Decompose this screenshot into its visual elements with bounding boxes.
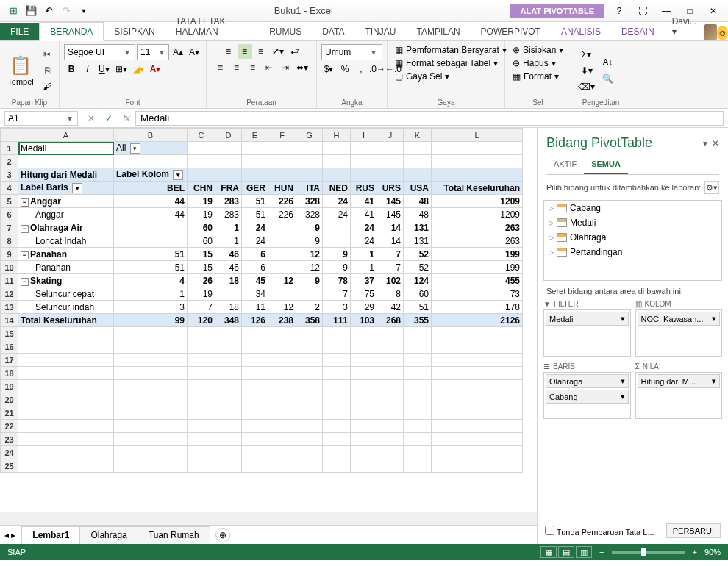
cell[interactable]: [18, 367, 114, 380]
cell[interactable]: [268, 433, 296, 446]
font-size-combo[interactable]: ▾: [137, 44, 169, 60]
cell[interactable]: Medali: [18, 142, 114, 155]
cell[interactable]: [296, 142, 323, 155]
cell[interactable]: [242, 433, 268, 446]
row-header[interactable]: 15: [1, 327, 18, 340]
cell[interactable]: [351, 327, 377, 340]
cell[interactable]: [351, 367, 377, 380]
cell[interactable]: [268, 248, 296, 261]
cell[interactable]: 3: [114, 301, 188, 314]
collapse-icon[interactable]: −: [21, 198, 29, 207]
col-header[interactable]: E: [242, 129, 268, 142]
comma-icon[interactable]: ,: [354, 62, 368, 76]
cell[interactable]: All ▾: [114, 142, 188, 155]
fill-color-button[interactable]: ◢▾: [131, 62, 146, 76]
align-left-icon[interactable]: ≡: [213, 60, 228, 75]
cell[interactable]: 1: [351, 248, 377, 261]
insert-cells-button[interactable]: ⊕Sisipkan▾: [510, 44, 566, 56]
cell[interactable]: 4: [114, 274, 188, 287]
cell[interactable]: [432, 393, 523, 406]
cell[interactable]: [242, 155, 268, 168]
chevron-down-icon[interactable]: ▾: [712, 376, 716, 386]
align-top-icon[interactable]: ≡: [221, 44, 236, 59]
cell[interactable]: [351, 168, 377, 182]
row-header[interactable]: 23: [1, 433, 18, 446]
field-item[interactable]: ▷Olahraga: [544, 230, 721, 245]
cell[interactable]: [432, 142, 523, 155]
cell[interactable]: 52: [404, 248, 432, 261]
cell[interactable]: [268, 261, 296, 274]
cell[interactable]: [18, 406, 114, 420]
cell[interactable]: [377, 393, 404, 406]
cell[interactable]: [296, 155, 323, 168]
cell[interactable]: [377, 420, 404, 433]
cell[interactable]: [268, 459, 296, 473]
cell[interactable]: 145: [377, 208, 404, 221]
cell[interactable]: [404, 393, 432, 406]
cell[interactable]: [404, 327, 432, 340]
cell[interactable]: [296, 367, 323, 380]
cell[interactable]: [268, 327, 296, 340]
cell[interactable]: [242, 327, 268, 340]
area-field-item[interactable]: NOC_Kawasan...▾: [638, 312, 721, 326]
cell[interactable]: [18, 433, 114, 446]
row-header[interactable]: 13: [1, 301, 18, 314]
cell[interactable]: 263: [432, 234, 523, 248]
col-header[interactable]: L: [432, 129, 523, 142]
cell[interactable]: [188, 420, 215, 433]
cell[interactable]: [323, 354, 351, 367]
cell[interactable]: Total Keseluruhan: [18, 314, 114, 327]
cell[interactable]: 9: [296, 221, 323, 234]
expand-icon[interactable]: ▷: [549, 234, 554, 241]
cell[interactable]: 51: [242, 195, 268, 208]
grid[interactable]: ABCDEFGHIJKL1MedaliAll ▾23Hitung dari Me…: [0, 128, 537, 512]
cell[interactable]: 18: [215, 274, 242, 287]
chevron-down-icon[interactable]: ▾: [621, 376, 625, 386]
save-icon[interactable]: 💾: [24, 4, 38, 18]
cell[interactable]: 9: [296, 234, 323, 248]
cell[interactable]: [188, 380, 215, 393]
cell[interactable]: NED: [323, 182, 351, 195]
zoom-slider[interactable]: [612, 551, 685, 554]
cell[interactable]: [323, 340, 351, 354]
cell[interactable]: 12: [296, 261, 323, 274]
cell[interactable]: 48: [404, 195, 432, 208]
cell[interactable]: Hitung dari Medali: [18, 168, 114, 182]
cell[interactable]: CHN: [188, 182, 215, 195]
cell[interactable]: 24: [351, 234, 377, 248]
name-box[interactable]: ▾: [4, 111, 78, 126]
cell[interactable]: 283: [215, 208, 242, 221]
col-header[interactable]: K: [404, 129, 432, 142]
cell[interactable]: Loncat Indah: [18, 234, 114, 248]
cell[interactable]: [242, 142, 268, 155]
cell[interactable]: [296, 327, 323, 340]
cell[interactable]: Panahan: [18, 261, 114, 274]
row-header[interactable]: 18: [1, 367, 18, 380]
font-color-button[interactable]: A▾: [148, 62, 163, 76]
cell[interactable]: [114, 393, 188, 406]
cell[interactable]: [432, 459, 523, 473]
cell[interactable]: [18, 446, 114, 459]
cell[interactable]: [215, 380, 242, 393]
cell[interactable]: [296, 459, 323, 473]
cell[interactable]: [268, 354, 296, 367]
cell[interactable]: 9: [323, 248, 351, 261]
pane-close-icon[interactable]: ✕: [712, 138, 719, 148]
cell[interactable]: 51: [242, 208, 268, 221]
col-header[interactable]: D: [215, 129, 242, 142]
cell[interactable]: [114, 406, 188, 420]
italic-button[interactable]: I: [80, 62, 95, 76]
cell[interactable]: URS: [377, 182, 404, 195]
cell[interactable]: −Skating: [18, 274, 114, 287]
cell[interactable]: [351, 446, 377, 459]
cell[interactable]: 19: [188, 287, 215, 301]
cell[interactable]: [114, 155, 188, 168]
cell[interactable]: [114, 433, 188, 446]
redo-icon[interactable]: ↷: [59, 4, 74, 18]
row-header[interactable]: 2: [1, 155, 18, 168]
cell[interactable]: 24: [242, 234, 268, 248]
clear-icon[interactable]: ⌫▾: [576, 79, 597, 94]
cell[interactable]: 12: [296, 248, 323, 261]
cell[interactable]: [323, 420, 351, 433]
cell[interactable]: [351, 393, 377, 406]
